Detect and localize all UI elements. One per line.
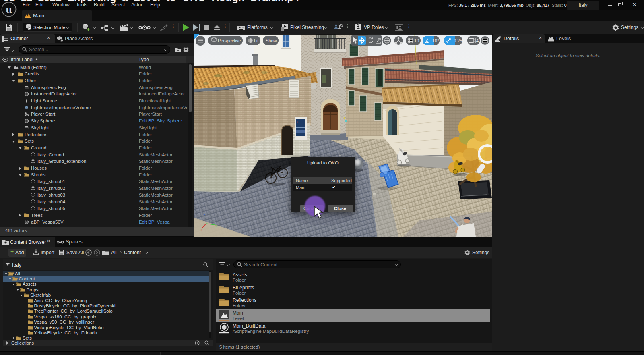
svg-text:4: 4	[476, 38, 479, 43]
svg-text:u: u	[6, 3, 12, 15]
svg-text:x: x	[201, 228, 202, 231]
svg-text:10°: 10°	[432, 38, 439, 43]
svg-text:Lit: Lit	[254, 38, 259, 43]
svg-text:Perspective: Perspective	[218, 38, 241, 43]
svg-text:Show: Show	[266, 38, 277, 43]
svg-text:y: y	[215, 224, 217, 227]
svg-text:0.25: 0.25	[454, 38, 462, 43]
svg-text:z: z	[204, 214, 205, 216]
svg-text:10: 10	[414, 38, 419, 43]
